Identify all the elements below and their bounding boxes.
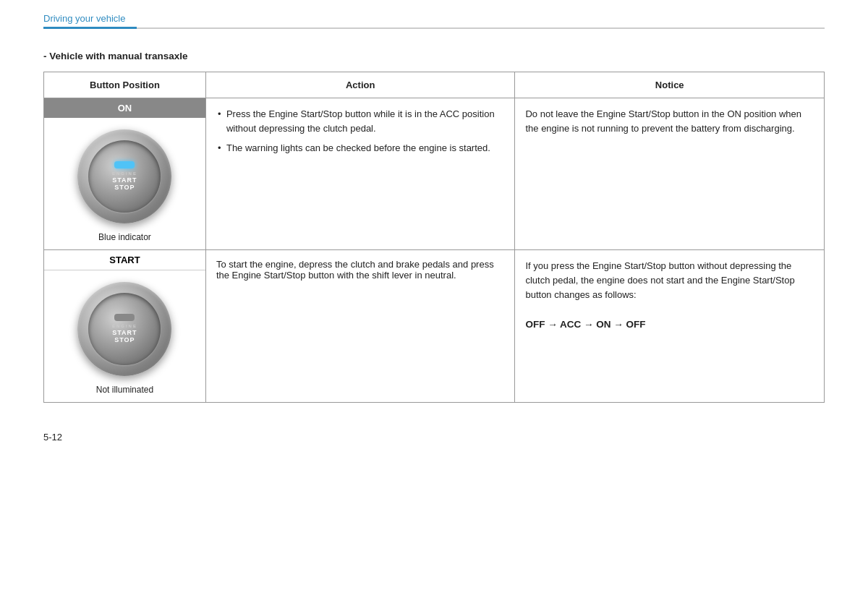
- gray-indicator-light: [114, 314, 135, 321]
- page-footer: 5-12: [43, 432, 825, 443]
- notice-bold-text: OFF → ACC → ON → OFF: [525, 319, 645, 330]
- table-row: START ENGINE STARTSTOP: [44, 250, 825, 403]
- action-cell-start: To start the engine, depress the clutch …: [205, 250, 515, 403]
- engine-text-start: ENGINE STARTSTOP: [112, 324, 137, 344]
- engine-button-start: ENGINE STARTSTOP: [44, 270, 205, 379]
- action-cell-on: Press the Engine Start/Stop button while…: [205, 98, 515, 250]
- button-position-cell-on: ON ENGINE STARTSTOP: [44, 98, 206, 250]
- col-header-notice: Notice: [515, 72, 825, 98]
- action-item: Press the Engine Start/Stop button while…: [216, 107, 505, 135]
- action-item: The warning lights can be checked before…: [216, 141, 505, 155]
- engine-button-on: ENGINE STARTSTOP: [44, 118, 205, 226]
- manual-transaxle-table: Button Position Action Notice ON: [43, 72, 825, 403]
- col-header-button-position: Button Position: [44, 72, 206, 98]
- blue-indicator-label: Blue indicator: [98, 226, 151, 249]
- page-number: 5-12: [43, 432, 62, 443]
- start-label: START: [44, 250, 205, 270]
- not-illuminated-label: Not illuminated: [96, 379, 153, 402]
- page-header: Driving your vehicle: [43, 0, 825, 29]
- section-heading: - Vehicle with manual transaxle: [43, 51, 825, 61]
- engine-text-on: ENGINE STARTSTOP: [112, 171, 137, 192]
- notice-cell-on: Do not leave the Engine Start/Stop butto…: [515, 98, 825, 250]
- table-row: ON ENGINE STARTSTOP: [44, 98, 825, 250]
- blue-indicator-light: [114, 161, 135, 168]
- on-label: ON: [44, 98, 205, 118]
- notice-text-on: Do not leave the Engine Start/Stop butto…: [515, 98, 824, 145]
- notice-cell-start: If you press the Engine Start/Stop butto…: [515, 250, 825, 403]
- button-position-cell-start: START ENGINE STARTSTOP: [44, 250, 206, 403]
- action-text-start: To start the engine, depress the clutch …: [216, 259, 494, 281]
- notice-text-start: If you press the Engine Start/Stop butto…: [525, 260, 794, 300]
- col-header-action: Action: [205, 72, 515, 98]
- header-title: Driving your vehicle: [43, 13, 137, 29]
